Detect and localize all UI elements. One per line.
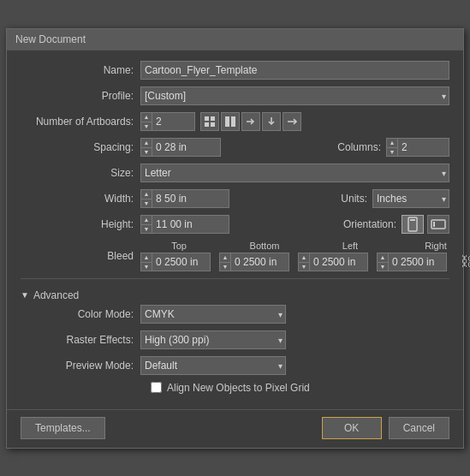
- width-spinner: ▲ ▼: [140, 189, 229, 208]
- svg-rect-0: [205, 116, 209, 121]
- height-row: Height: ▲ ▼ Orientation:: [21, 215, 449, 234]
- svg-rect-2: [205, 122, 209, 127]
- name-row: Name:: [21, 61, 449, 80]
- profile-row: Profile: [Custom] Print Web Mobile Video: [21, 86, 449, 105]
- svg-rect-3: [211, 122, 215, 127]
- size-row: Size: Letter A4 Legal Tabloid Custom: [21, 164, 449, 182]
- divider: [21, 278, 449, 279]
- artboards-spinner-btns: ▲ ▼: [140, 112, 152, 131]
- columns-down-btn[interactable]: ▼: [386, 147, 398, 157]
- height-spinner: ▲ ▼: [140, 215, 229, 234]
- units-select[interactable]: Inches Pixels Millimeters Centimeters Po…: [372, 189, 449, 208]
- artboards-up-btn[interactable]: ▲: [140, 112, 152, 122]
- bleed-bottom-down-btn[interactable]: ▼: [219, 262, 231, 271]
- bleed-label: Bleed: [107, 250, 134, 262]
- advanced-triangle-icon: ▼: [21, 290, 29, 300]
- height-spinner-btns: ▲ ▼: [140, 215, 152, 234]
- dialog-body: Name: Profile: [Custom] Print Web Mobile…: [7, 51, 463, 409]
- bleed-right-input[interactable]: [389, 253, 447, 271]
- columns-spinner: ▲ ▼: [386, 138, 449, 157]
- arrange-right-icon[interactable]: [241, 112, 260, 131]
- width-row: Width: ▲ ▼ Units: Inches Pixels Millimet…: [21, 189, 449, 208]
- spacing-up-btn[interactable]: ▲: [140, 138, 152, 147]
- artboards-row: Number of Artboards: ▲ ▼: [21, 112, 449, 131]
- preview-mode-label: Preview Mode:: [21, 360, 140, 372]
- svg-rect-7: [410, 219, 415, 221]
- artboards-label: Number of Artboards:: [21, 116, 140, 128]
- svg-rect-5: [231, 116, 235, 127]
- columns-spinner-btns: ▲ ▼: [386, 138, 398, 157]
- color-mode-row: Color Mode: CMYK RGB: [21, 305, 449, 324]
- bleed-fields: Top Bottom Left Right ▲ ▼: [140, 241, 470, 271]
- bleed-bottom-input[interactable]: [231, 253, 289, 271]
- svg-rect-4: [225, 116, 229, 127]
- landscape-btn[interactable]: [427, 215, 449, 234]
- orientation-icons: [402, 215, 449, 234]
- width-up-btn[interactable]: ▲: [140, 189, 152, 199]
- bleed-left-input[interactable]: [310, 253, 368, 271]
- name-label: Name:: [21, 64, 140, 76]
- name-input[interactable]: [140, 61, 449, 80]
- spacing-spinner-btns: ▲ ▼: [140, 138, 152, 157]
- raster-effects-select[interactable]: High (300 ppi) Medium (150 ppi) Low (72 …: [140, 330, 286, 349]
- bleed-right-down-btn[interactable]: ▼: [377, 262, 389, 271]
- bleed-top-up-btn[interactable]: ▲: [140, 253, 152, 262]
- bleed-left-down-btn[interactable]: ▼: [298, 262, 310, 271]
- bleed-labels-row: Top Bottom Left Right: [140, 241, 470, 251]
- dialog-footer: Templates... OK Cancel: [7, 409, 463, 448]
- bleed-top-btns: ▲ ▼: [140, 253, 152, 271]
- bleed-bottom-up-btn[interactable]: ▲: [219, 253, 231, 262]
- profile-label: Profile:: [21, 90, 140, 102]
- width-input[interactable]: [152, 189, 229, 208]
- svg-rect-9: [433, 222, 435, 227]
- cancel-button[interactable]: Cancel: [389, 417, 449, 439]
- spacing-input[interactable]: [152, 138, 221, 157]
- bleed-left-up-btn[interactable]: ▲: [298, 253, 310, 262]
- columns-input[interactable]: [398, 138, 449, 157]
- raster-effects-select-wrapper: High (300 ppi) Medium (150 ppi) Low (72 …: [140, 330, 286, 349]
- artboard-layout-icons: [200, 112, 301, 131]
- svg-rect-1: [211, 116, 215, 121]
- bleed-top-spinner: ▲ ▼: [140, 253, 211, 271]
- portrait-btn[interactable]: [402, 215, 424, 234]
- chain-link-icon[interactable]: ⛓: [461, 254, 470, 270]
- artboards-input[interactable]: [152, 112, 195, 131]
- arrange-down-icon[interactable]: [262, 112, 281, 131]
- profile-select[interactable]: [Custom] Print Web Mobile Video: [140, 86, 449, 105]
- new-document-dialog: New Document Name: Profile: [Custom] Pri…: [6, 28, 464, 449]
- grid-by-col-icon[interactable]: [221, 112, 240, 131]
- artboards-spinner: ▲ ▼: [140, 112, 195, 131]
- bleed-left-btns: ▲ ▼: [298, 253, 310, 271]
- pixel-grid-checkbox[interactable]: [151, 382, 162, 393]
- columns-label: Columns:: [337, 141, 386, 153]
- height-label: Height:: [21, 218, 140, 230]
- action-buttons: OK Cancel: [322, 417, 449, 439]
- templates-button[interactable]: Templates...: [21, 417, 105, 439]
- advanced-toggle[interactable]: ▼ Advanced: [21, 286, 449, 305]
- spacing-down-btn[interactable]: ▼: [140, 147, 152, 157]
- bleed-inputs-row: ▲ ▼ ▲ ▼ ▲: [140, 253, 470, 271]
- size-select-wrapper: Letter A4 Legal Tabloid Custom: [140, 164, 449, 182]
- grid-by-row-icon[interactable]: [200, 112, 219, 131]
- arrange-arrow-icon[interactable]: [283, 112, 301, 131]
- columns-up-btn[interactable]: ▲: [386, 138, 398, 147]
- preview-mode-select[interactable]: Default Pixel Overprint: [140, 356, 286, 375]
- height-up-btn[interactable]: ▲: [140, 215, 152, 224]
- width-down-btn[interactable]: ▼: [140, 199, 152, 208]
- height-down-btn[interactable]: ▼: [140, 224, 152, 234]
- color-mode-select[interactable]: CMYK RGB: [140, 305, 286, 324]
- artboards-down-btn[interactable]: ▼: [140, 122, 152, 131]
- bleed-right-up-btn[interactable]: ▲: [377, 253, 389, 262]
- ok-button[interactable]: OK: [322, 417, 382, 439]
- bleed-top-down-btn[interactable]: ▼: [140, 262, 152, 271]
- pixel-grid-label[interactable]: Align New Objects to Pixel Grid: [167, 382, 310, 394]
- bleed-section: Bleed Top Bottom Left Right ▲ ▼: [21, 241, 449, 271]
- bleed-left-spinner: ▲ ▼: [298, 253, 368, 271]
- color-mode-select-wrapper: CMYK RGB: [140, 305, 286, 324]
- height-input[interactable]: [152, 215, 229, 234]
- dialog-title: New Document: [15, 33, 86, 45]
- size-select[interactable]: Letter A4 Legal Tabloid Custom: [140, 164, 449, 182]
- bleed-top-input[interactable]: [152, 253, 211, 271]
- raster-effects-row: Raster Effects: High (300 ppi) Medium (1…: [21, 330, 449, 349]
- raster-effects-label: Raster Effects:: [21, 334, 140, 346]
